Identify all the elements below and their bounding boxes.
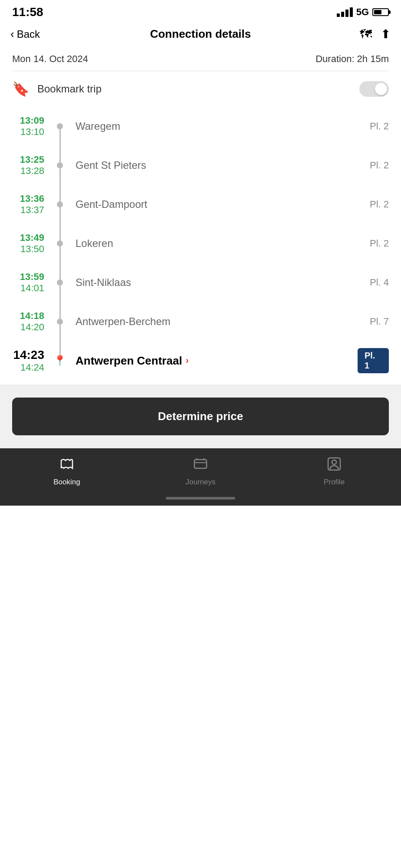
- trip-date: Mon 14. Oct 2024: [12, 53, 88, 65]
- stop-times: 13:0913:10: [0, 107, 52, 146]
- stop-times: 14:2314:24: [0, 341, 52, 380]
- bookmark-label: Bookmark trip: [37, 83, 352, 95]
- stop-dep-time: 13:50: [20, 243, 44, 255]
- page-title: Connection details: [54, 27, 347, 41]
- platform-label: Pl. 4: [370, 277, 389, 288]
- station-name: Gent St Pieters: [76, 159, 146, 171]
- stop-times: 14:1814:20: [0, 302, 52, 341]
- platform-col: Pl. 1: [358, 341, 401, 380]
- stop-row: 13:5914:01Sint-NiklaasPl. 4: [0, 263, 401, 302]
- stop-times: 13:3613:37: [0, 185, 52, 224]
- platform-label: Pl. 2: [370, 238, 389, 249]
- map-icon[interactable]: 🗺: [360, 27, 372, 41]
- platform-col: Pl. 2: [358, 107, 401, 146]
- status-bar: 11:58 5G: [0, 0, 401, 23]
- timeline-col: 📍: [52, 341, 68, 380]
- determine-price-button[interactable]: Determine price: [12, 398, 389, 435]
- status-time: 11:58: [12, 5, 43, 19]
- trip-duration: Duration: 2h 15m: [316, 53, 389, 65]
- stop-arr-time: 13:36: [20, 193, 44, 204]
- stop-dot: [57, 319, 63, 325]
- stop-row: 14:2314:24📍Antwerpen Centraal ›Pl. 1: [0, 341, 401, 380]
- timeline-col: [52, 263, 68, 302]
- toggle-knob: [375, 83, 387, 95]
- back-button[interactable]: ‹ Back: [10, 27, 54, 41]
- stop-arr-time: 13:59: [20, 271, 44, 283]
- platform-label: Pl. 1: [358, 348, 389, 373]
- home-bar: [166, 497, 235, 500]
- platform-col: Pl. 2: [358, 224, 401, 263]
- stops-list: 13:0913:10WaregemPl. 213:2513:28Gent St …: [0, 107, 401, 380]
- timeline-col: [52, 224, 68, 263]
- status-icons: 5G: [337, 7, 389, 18]
- stop-info: Gent St Pieters: [68, 146, 358, 185]
- platform-label: Pl. 2: [370, 160, 389, 171]
- stop-dep-time: 13:28: [20, 165, 44, 177]
- stop-row: 13:4913:50LokerenPl. 2: [0, 224, 401, 263]
- header: ‹ Back Connection details 🗺 ⬆: [0, 23, 401, 47]
- action-area: Determine price: [0, 385, 401, 448]
- stop-arr-time: 13:09: [20, 115, 44, 126]
- final-station-name: Antwerpen Centraal ›: [76, 354, 189, 368]
- bookmark-toggle[interactable]: [359, 81, 389, 97]
- booking-icon: [59, 456, 75, 475]
- booking-label: Booking: [53, 478, 80, 487]
- stop-row: 13:3613:37Gent-DampoortPl. 2: [0, 185, 401, 224]
- timeline-col: [52, 146, 68, 185]
- platform-label: Pl. 2: [370, 199, 389, 210]
- stop-dot: [57, 240, 63, 247]
- trip-info-bar: Mon 14. Oct 2024 Duration: 2h 15m: [0, 47, 401, 71]
- stop-arr-time: 14:23: [13, 348, 44, 362]
- network-type: 5G: [356, 7, 369, 18]
- stop-info: Antwerpen Centraal ›: [68, 341, 358, 380]
- svg-rect-0: [194, 460, 207, 468]
- bookmark-icon: 🔖: [12, 81, 30, 97]
- platform-col: Pl. 7: [358, 302, 401, 341]
- platform-col: Pl. 2: [358, 185, 401, 224]
- stop-dep-time: 13:10: [20, 126, 44, 138]
- stop-info: Lokeren: [68, 224, 358, 263]
- stop-dot: [57, 162, 63, 168]
- station-name: Antwerpen-Berchem: [76, 316, 171, 328]
- profile-icon: [326, 456, 342, 475]
- station-name: Sint-Niklaas: [76, 276, 131, 289]
- stop-dep-time: 13:37: [20, 204, 44, 216]
- stop-dep-time: 14:01: [20, 283, 44, 294]
- platform-col: Pl. 4: [358, 263, 401, 302]
- nav-item-journeys[interactable]: Journeys: [134, 456, 267, 487]
- station-name: Lokeren: [76, 237, 113, 250]
- stop-info: Waregem: [68, 107, 358, 146]
- station-name: Waregem: [76, 120, 120, 132]
- stop-arr-time: 13:25: [20, 154, 44, 165]
- journeys-label: Journeys: [186, 478, 216, 487]
- bookmark-row: 🔖 Bookmark trip: [0, 71, 401, 107]
- platform-col: Pl. 2: [358, 146, 401, 185]
- home-indicator: [0, 491, 401, 506]
- nav-item-booking[interactable]: Booking: [0, 456, 134, 487]
- stop-row: 14:1814:20Antwerpen-BerchemPl. 7: [0, 302, 401, 341]
- station-name: Gent-Dampoort: [76, 198, 147, 210]
- timeline-col: [52, 185, 68, 224]
- nav-item-profile[interactable]: Profile: [267, 456, 401, 487]
- stop-dot: [57, 201, 63, 207]
- stop-times: 13:4913:50: [0, 224, 52, 263]
- stop-dep-time: 14:20: [20, 322, 44, 333]
- stop-arr-time: 14:18: [20, 310, 44, 322]
- stop-times: 13:2513:28: [0, 146, 52, 185]
- timeline-col: [52, 107, 68, 146]
- stop-info: Sint-Niklaas: [68, 263, 358, 302]
- back-chevron-icon: ‹: [10, 27, 14, 41]
- stop-dot: [57, 279, 63, 286]
- platform-label: Pl. 2: [370, 121, 389, 132]
- battery-icon: [372, 8, 389, 16]
- journeys-icon: [193, 456, 208, 475]
- bottom-nav: Booking Journeys Profile: [0, 448, 401, 491]
- svg-point-5: [332, 460, 336, 464]
- stop-row: 13:0913:10WaregemPl. 2: [0, 107, 401, 146]
- back-label: Back: [17, 28, 40, 40]
- timeline-col: [52, 302, 68, 341]
- share-icon[interactable]: ⬆: [381, 27, 391, 41]
- stop-arr-time: 13:49: [20, 232, 44, 243]
- stop-info: Antwerpen-Berchem: [68, 302, 358, 341]
- stop-dot: [57, 123, 63, 129]
